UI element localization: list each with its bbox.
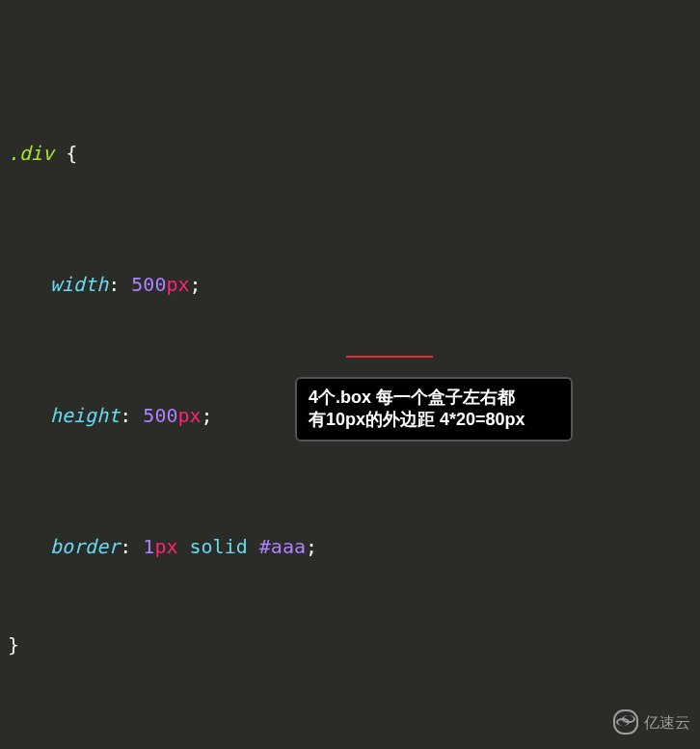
code-editor: .div { width: 500px; height: 500px; bord… — [0, 0, 700, 749]
cloud-icon — [613, 709, 638, 735]
code-line: .div { — [8, 137, 692, 170]
callout-line: 4个.box 每一个盒子左右都 — [309, 387, 559, 409]
callout-line: 有10px的外边距 4*20=80px — [309, 409, 559, 431]
annotation-underline — [346, 356, 433, 358]
css-selector: .div — [8, 142, 54, 165]
watermark-text: 亿速云 — [644, 709, 690, 736]
watermark: 亿速云 — [613, 709, 690, 736]
annotation-callout: 4个.box 每一个盒子左右都 有10px的外边距 4*20=80px — [295, 377, 573, 441]
